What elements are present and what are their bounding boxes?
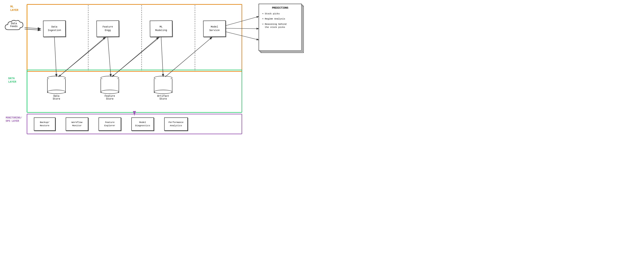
- feature-store-container: FeatureStore: [100, 76, 119, 100]
- prediction-item-3: ➔ Reasoning behind the stock picks: [261, 23, 299, 29]
- ops-layer-label: MONITORING/OPS LAYER: [6, 116, 22, 123]
- performance-analytics-box: PerformanceAnalytics: [164, 117, 188, 131]
- data-ingestion-box: DataIngestion: [43, 20, 66, 37]
- ml-layer-label: MLLAYER: [10, 5, 18, 12]
- artifact-store-label: ArtifactStore: [157, 95, 169, 100]
- feature-explorer-box: FeatureExplorer: [98, 117, 121, 131]
- prediction-item-1: ➔ Stock picks: [261, 12, 299, 15]
- feature-store-label: FeatureStore: [105, 95, 115, 100]
- ml-modeling-box: MLModeling: [150, 20, 172, 37]
- backup-restore-box: Backup/Restore: [34, 117, 56, 131]
- data-feeds-label: DataFeeds: [6, 22, 22, 28]
- feature-engg-box: FeatureEngg: [96, 20, 119, 37]
- data-store-container: DataStore: [47, 76, 66, 100]
- artifact-store-container: ArtifactStore: [154, 76, 172, 100]
- ml-layer-box: [27, 4, 242, 72]
- model-service-box: ModelService: [203, 20, 226, 37]
- data-store-label: DataStore: [53, 95, 60, 100]
- prediction-item-2: ➔ Regime Analysis: [261, 17, 299, 20]
- workflow-monitor-box: WorkflowMonitor: [66, 117, 88, 131]
- predictions-page-front: PREDICTIONS ➔ Stock picks ➔ Regime Analy…: [258, 4, 302, 51]
- data-layer-label: DATALAYER: [8, 77, 16, 84]
- predictions-area: PREDICTIONS ➔ Stock picks ➔ Regime Analy…: [258, 4, 306, 55]
- model-diagnostics-box: ModelDiagnostics: [131, 117, 154, 131]
- predictions-title: PREDICTIONS: [261, 6, 299, 9]
- diagram-container: MLLAYER DATALAYER MONITORING/OPS LAYER D…: [0, 0, 322, 136]
